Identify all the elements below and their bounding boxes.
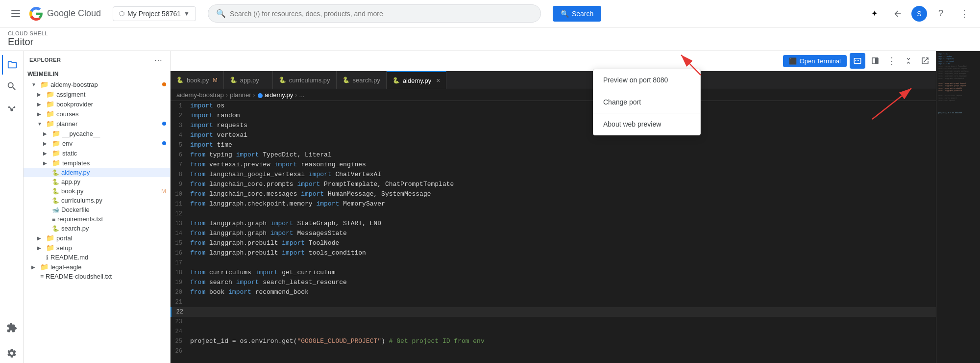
git-icon-btn[interactable]: [2, 100, 22, 120]
code-line: 5 import time: [171, 140, 936, 150]
tree-item-search-py[interactable]: 🐍 search.py: [24, 224, 170, 233]
code-content: [190, 209, 932, 219]
tab-aidemy-py[interactable]: 🐍 aidemy.py ×: [387, 71, 446, 89]
help-button[interactable]: ?: [931, 4, 951, 24]
search-bar[interactable]: 🔍: [208, 4, 541, 23]
tree-item-label: bookprovider: [56, 101, 93, 108]
folder-icon: 📁: [46, 120, 54, 128]
tab-label: curriculums.py: [289, 77, 330, 84]
code-content: from langgraph.checkpoint.memory import …: [190, 199, 932, 209]
sidebar-header: EXPLORER ⋯: [24, 51, 170, 69]
code-line: 26: [171, 346, 936, 356]
code-editor[interactable]: 1 import os 2 import random 3 import req…: [171, 101, 936, 363]
file-icon: 🐍: [52, 188, 59, 195]
tree-item-label: courses: [56, 110, 79, 118]
file-icon: 🐍: [52, 169, 59, 176]
dropdown-item-preview-port[interactable]: Preview on port 8080: [593, 71, 700, 89]
project-selector[interactable]: ⬡ My Project 58761 ▼: [113, 6, 196, 21]
breadcrumb-part: aidemy-boostrap: [176, 91, 224, 99]
code-line: 1 import os: [171, 101, 936, 111]
code-content: import random: [190, 111, 932, 121]
chevron-right-icon: ▶: [43, 141, 50, 146]
file-icon: 🐋: [52, 207, 59, 213]
folder-icon: 📁: [46, 90, 54, 98]
star-icon-btn[interactable]: ✦: [864, 4, 884, 24]
collapse-button[interactable]: [902, 54, 915, 68]
open-in-new-button[interactable]: [918, 54, 932, 68]
notifications-icon-btn[interactable]: [888, 4, 907, 24]
tree-item-legal-eagle[interactable]: ▶ 📁 legal-eagle: [24, 262, 170, 272]
tree-item-portal[interactable]: ▶ 📁 portal: [24, 233, 170, 243]
code-content: from langgraph.prebuilt import tools_con…: [190, 248, 932, 258]
line-number: 6: [171, 150, 190, 160]
topbar-right: ✦ S ? ⋮: [864, 4, 974, 24]
tree-item-static[interactable]: ▶ 📁 static: [24, 148, 170, 158]
code-line: 15 from langgraph.prebuilt import ToolNo…: [171, 238, 936, 248]
search-button[interactable]: 🔍 Search: [553, 6, 601, 22]
code-content: from langgraph.graph import StateGraph, …: [190, 219, 932, 229]
py-file-icon: 🐍: [230, 77, 237, 83]
tree-item-aidemy-boostrap[interactable]: ▼ 📁 aidemy-boostrap: [24, 79, 170, 89]
search-icon-btn[interactable]: [2, 77, 22, 96]
sidebar-more-btn[interactable]: ⋯: [152, 54, 164, 66]
tree-item-planner[interactable]: ▼ 📁 planner: [24, 119, 170, 129]
tabs-bar: 🐍 book.py M 🐍 app.py 🐍 curriculums.py 🐍 …: [171, 71, 936, 89]
chevron-right-icon: ▶: [37, 235, 44, 241]
more-options-button[interactable]: ⋮: [955, 4, 974, 24]
search-icon: 🔍: [216, 9, 226, 18]
explorer-icon-btn[interactable]: [2, 55, 22, 75]
more-editor-options-button[interactable]: ⋮: [885, 54, 899, 68]
tree-item-readme-cloudshell[interactable]: ≡ README-cloudshell.txt: [24, 272, 170, 281]
tree-item-label: templates: [62, 159, 90, 167]
line-number: 25: [171, 337, 190, 346]
line-number: 11: [171, 199, 190, 209]
tree-item-book-py[interactable]: 🐍 book.py M: [24, 186, 170, 196]
tab-modified-badge: M: [213, 77, 218, 83]
tab-close-button[interactable]: ×: [436, 77, 440, 84]
tree-item-label: requirements.txt: [57, 215, 103, 223]
code-line: 18 from curriculums import get_curriculu…: [171, 268, 936, 278]
code-content: from vertexai.preview import reasoning_e…: [190, 160, 932, 170]
tab-book-py[interactable]: 🐍 book.py M: [171, 71, 224, 89]
tree-item-readme-md[interactable]: ℹ README.md: [24, 253, 170, 262]
tree-item-app-py[interactable]: 🐍 app.py: [24, 177, 170, 186]
tree-item-dockerfile[interactable]: 🐋 Dockerfile: [24, 205, 170, 214]
split-editor-button[interactable]: [868, 54, 882, 68]
sidebar: EXPLORER ⋯ WEIMEILIN ▼ 📁 aidemy-boostrap…: [24, 51, 171, 363]
tree-item-courses[interactable]: ▶ 📁 courses: [24, 109, 170, 119]
google-cloud-logo[interactable]: Google Cloud: [29, 7, 101, 21]
code-content: [190, 317, 932, 327]
tab-app-py[interactable]: 🐍 app.py: [224, 71, 273, 89]
hamburger-button[interactable]: [6, 4, 25, 24]
web-preview-button[interactable]: [850, 53, 865, 69]
folder-icon: 📁: [52, 149, 60, 157]
tree-item-requirements-txt[interactable]: ≡ requirements.txt: [24, 214, 170, 224]
user-avatar[interactable]: S: [911, 6, 927, 22]
tree-item-label: book.py: [61, 187, 159, 195]
dropdown-item-about-web-preview[interactable]: About web preview: [593, 115, 700, 133]
tree-item-aidemy-py[interactable]: 🐍 aidemy.py: [24, 168, 170, 177]
breadcrumb-separator: ›: [253, 91, 255, 99]
tab-search-py[interactable]: 🐍 search.py: [337, 71, 387, 89]
tree-item-pycache[interactable]: ▶ 📁 __pycache__: [24, 129, 170, 138]
chevron-down-icon: ▼: [37, 121, 44, 127]
dropdown-item-change-port[interactable]: Change port: [593, 93, 700, 111]
search-input[interactable]: [230, 10, 533, 18]
folder-icon: 📁: [46, 244, 54, 252]
tree-item-assigment[interactable]: ▶ 📁 assigment: [24, 89, 170, 99]
tree-item-setup[interactable]: ▶ 📁 setup: [24, 243, 170, 253]
extensions-icon-btn[interactable]: [2, 318, 22, 337]
tree-item-curriculums-py[interactable]: 🐍 curriculums.py: [24, 196, 170, 205]
tree-item-templates[interactable]: ▶ 📁 templates: [24, 158, 170, 168]
code-line: 16 from langgraph.prebuilt import tools_…: [171, 248, 936, 258]
file-icon: ≡: [52, 216, 55, 223]
code-line: 20 from book import recommend_book: [171, 287, 936, 297]
line-number: 2: [171, 111, 190, 121]
code-content: import os: [190, 101, 932, 111]
settings-icon-btn[interactable]: [2, 343, 22, 363]
tree-item-bookprovider[interactable]: ▶ 📁 bookprovider: [24, 99, 170, 109]
tree-item-env[interactable]: ▶ 📁 env: [24, 138, 170, 148]
open-terminal-button[interactable]: ⬛ Open Terminal: [783, 55, 847, 67]
tab-curriculums-py[interactable]: 🐍 curriculums.py: [273, 71, 337, 89]
tab-label: app.py: [240, 77, 259, 84]
